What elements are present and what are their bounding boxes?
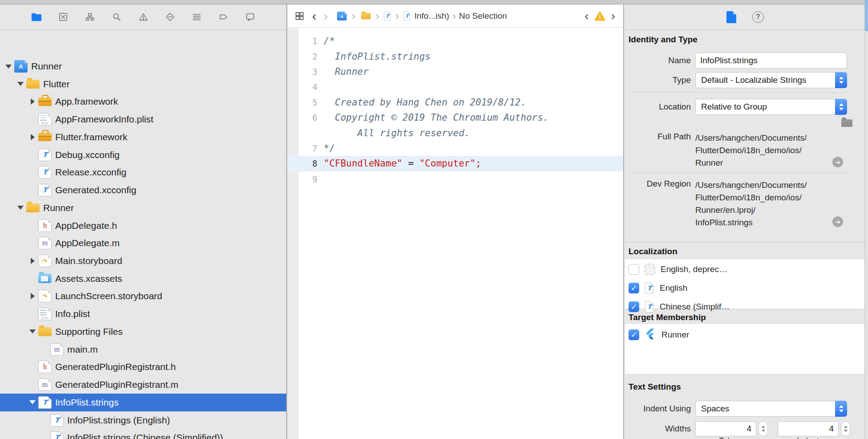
list-item-runner[interactable]: Runner — [625, 325, 868, 344]
breadcrumb-strings-file-icon[interactable] — [384, 11, 391, 20]
find-navigator-icon[interactable] — [111, 12, 122, 22]
breadcrumb-file[interactable]: Info...ish) — [414, 11, 449, 21]
checkbox[interactable] — [629, 301, 639, 312]
tree-row-generatedpluginregistrant-h[interactable]: GeneratedPluginRegistrant.h — [0, 358, 286, 376]
tree-row-infoplist-strings-english[interactable]: InfoPlist.strings (English) — [0, 411, 286, 429]
code-line[interactable]: 8 "CFBundleName" = "Computer"; — [288, 156, 623, 171]
tree-row-main-m[interactable]: main.m — [0, 341, 286, 358]
code-line[interactable]: 9 — [288, 171, 623, 187]
m-file-icon — [38, 378, 52, 391]
disclosure-triangle[interactable] — [28, 97, 37, 106]
folder-file-icon — [38, 327, 52, 336]
issue-navigator-icon[interactable] — [138, 12, 149, 22]
tree-row-infoplist-strings-chinese[interactable]: InfoPlist.strings (Chinese (Simplified)) — [0, 429, 286, 439]
disclosure-triangle[interactable] — [28, 132, 37, 142]
disclosure-triangle[interactable] — [4, 61, 13, 71]
tree-row-runner-project[interactable]: Runner — [0, 57, 286, 75]
code-line[interactable]: 2 InfoPlist.strings — [288, 49, 623, 64]
inspector-toolbar: ? — [625, 4, 868, 30]
tree-row-generated-xcconfig[interactable]: Generated.xcconfig — [0, 181, 286, 199]
tree-row-assets-xcassets[interactable]: Assets.xcassets — [0, 270, 286, 288]
name-field[interactable] — [695, 53, 847, 69]
framework-file-icon — [38, 98, 52, 106]
tree-row-app-framework[interactable]: App.framework — [0, 93, 286, 110]
related-items-icon[interactable] — [294, 11, 305, 21]
tree-row-appdelegate-m[interactable]: AppDelegate.m — [0, 234, 286, 252]
indent-width-stepper[interactable] — [841, 421, 850, 436]
line-number: 3 — [288, 67, 317, 77]
disclosure-triangle[interactable] — [28, 398, 37, 407]
source-editor[interactable]: 1 /* 2 InfoPlist.strings 3 Runner 4 5 Cr… — [288, 28, 623, 439]
checkbox[interactable] — [629, 329, 639, 340]
breadcrumb-folder-icon[interactable] — [361, 12, 371, 19]
tree-row-label: Assets.xcassets — [55, 273, 122, 284]
reveal-in-finder-arrow-icon[interactable]: ➔ — [832, 157, 843, 167]
checkbox[interactable] — [629, 283, 639, 293]
symbol-navigator-icon[interactable] — [85, 12, 95, 22]
breadcrumb-project-icon[interactable] — [337, 11, 347, 20]
tree-row-generatedpluginregistrant-m[interactable]: GeneratedPluginRegistrant.m — [0, 376, 286, 394]
tree-row-supporting-files[interactable]: Supporting Files — [0, 323, 286, 341]
type-popup[interactable]: Default - Localizable Strings — [695, 72, 847, 88]
disclosure-triangle[interactable] — [16, 203, 25, 213]
forward-button[interactable]: › — [324, 9, 328, 23]
back-button[interactable]: ‹ — [312, 9, 316, 23]
tree-row-appframeworkinfo-plist[interactable]: AppFrameworkInfo.plist — [0, 110, 286, 128]
breadcrumb-selection[interactable]: No Selection — [459, 11, 507, 21]
breakpoint-navigator-icon[interactable] — [218, 12, 229, 22]
tree-row-label: GeneratedPluginRegistrant.m — [55, 379, 178, 390]
source-control-navigator-icon[interactable] — [58, 12, 69, 22]
tree-row-flutter-folder[interactable]: Flutter — [0, 75, 286, 93]
tree-row-launchscreen-storyboard[interactable]: LaunchScreen.storyboard — [0, 287, 286, 305]
disclosure-triangle[interactable] — [28, 327, 37, 337]
disclosure-triangle[interactable] — [16, 79, 25, 89]
tree-row-debug-xcconfig[interactable]: Debug.xcconfig — [0, 146, 286, 164]
code-line[interactable]: 4 — [288, 79, 623, 94]
disclosure-triangle[interactable] — [28, 291, 37, 301]
disclosure-triangle[interactable] — [28, 256, 37, 266]
tree-row-main-storyboard[interactable]: Main.storyboard — [0, 252, 286, 270]
tree-row-flutter-framework[interactable]: Flutter.framework — [0, 128, 286, 146]
plist-file-icon — [38, 308, 52, 320]
project-navigator-icon[interactable] — [31, 12, 42, 22]
folder-file-icon — [26, 80, 40, 89]
code-line[interactable]: 1 /* — [288, 33, 623, 49]
warning-icon[interactable] — [594, 11, 606, 21]
divider — [630, 92, 847, 93]
tree-row-infoplist-strings[interactable]: InfoPlist.strings — [0, 394, 286, 411]
code-line[interactable]: 7 */ — [288, 141, 623, 156]
tab-width-field[interactable] — [695, 421, 756, 436]
code-line[interactable]: 6 Copyright © 2019 The Chromium Authors. — [288, 110, 623, 125]
test-navigator-icon[interactable] — [165, 12, 175, 22]
tree-row-label: Flutter — [43, 79, 70, 89]
scrollbar-track[interactable] — [864, 0, 868, 439]
indent-using-popup[interactable]: Spaces — [695, 401, 847, 417]
tree-row-appdelegate-h[interactable]: AppDelegate.h — [0, 217, 286, 235]
list-item-english[interactable]: English — [625, 279, 868, 297]
choose-location-folder-icon[interactable] — [841, 119, 852, 127]
code-line[interactable]: 3 Runner — [288, 64, 623, 79]
list-item-english--deprec-[interactable]: English, deprec… — [625, 260, 868, 279]
code-line[interactable]: 5 Created by Hang Chen on 2019/8/12. — [288, 95, 623, 110]
tree-row-runner-folder[interactable]: Runner — [0, 199, 286, 217]
indent-width-field[interactable] — [778, 421, 839, 436]
tree-row-info-plist[interactable]: Info.plist — [0, 305, 286, 323]
location-popup[interactable]: Relative to Group — [695, 99, 847, 115]
breadcrumb-strings-file-icon[interactable] — [403, 11, 410, 20]
code-text: "CFBundleName" = "Computer"; — [317, 158, 481, 169]
scrollbar-thumb[interactable] — [865, 0, 868, 31]
editor-pane: ‹ › › › › Info...ish) › No Selection ‹ ›… — [288, 4, 624, 439]
reveal-in-finder-arrow-icon[interactable]: ➔ — [832, 216, 843, 227]
tab-width-stepper[interactable] — [758, 421, 768, 436]
next-issue-button[interactable]: › — [611, 10, 615, 22]
titlebar-edge — [0, 0, 868, 4]
tree-row-release-xcconfig[interactable]: Release.xcconfig — [0, 163, 286, 181]
report-navigator-icon[interactable] — [245, 12, 256, 22]
previous-issue-button[interactable]: ‹ — [584, 10, 588, 22]
checkbox[interactable] — [629, 264, 639, 275]
file-inspector-tab-icon[interactable] — [726, 11, 736, 23]
tab-sub-label: Tab — [708, 436, 743, 439]
code-line[interactable]: All rights reserved. — [288, 125, 623, 140]
quick-help-inspector-tab-icon[interactable]: ? — [752, 11, 764, 23]
debug-navigator-icon[interactable] — [191, 12, 202, 22]
